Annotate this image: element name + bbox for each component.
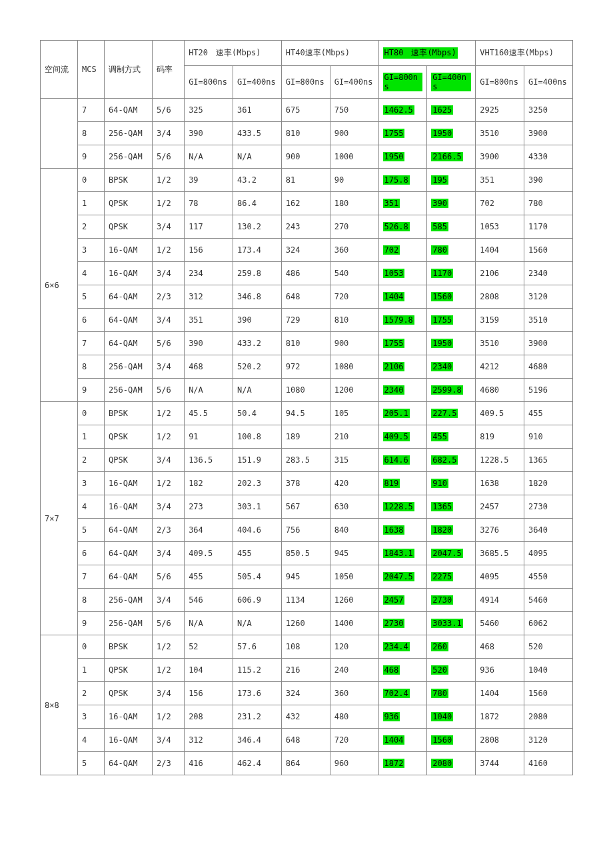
cell-ht20-gi400: 346.8 xyxy=(233,285,281,309)
cell-ht40-gi800: 283.5 xyxy=(281,449,330,472)
cell-ht20-gi400: N/A xyxy=(233,379,281,402)
cell-vht160-gi400: 780 xyxy=(524,192,573,215)
cell-ht20-gi800: 156 xyxy=(185,682,233,705)
cell-spatial-stream: 6×6 xyxy=(41,169,78,402)
cell-ht20-gi400: 173.6 xyxy=(233,682,281,705)
cell-ht80-gi800: 1228.5 xyxy=(378,495,427,519)
cell-ht20-gi400: 231.2 xyxy=(233,705,281,729)
cell-mcs: 8 xyxy=(78,355,105,379)
cell-modulation: 64-QAM xyxy=(105,519,153,542)
table-row: 7×70BPSK1/245.550.494.5105205.1227.5409.… xyxy=(41,402,573,425)
cell-ht80-gi800: 2047.5 xyxy=(378,565,427,589)
cell-modulation: QPSK xyxy=(105,682,153,705)
cell-ht40-gi400: 1050 xyxy=(330,565,378,589)
cell-vht160-gi400: 3120 xyxy=(524,285,573,309)
cell-ht20-gi400: 520.2 xyxy=(233,355,281,379)
cell-code-rate: 1/2 xyxy=(153,659,185,682)
table-row: 564-QAM2/3364404.67568401638182032763640 xyxy=(41,519,573,542)
cell-ht80-gi400: 2599.8 xyxy=(427,379,476,402)
cell-ht20-gi800: 208 xyxy=(185,705,233,729)
cell-mcs: 8 xyxy=(78,589,105,612)
cell-ht80-gi800: 351 xyxy=(378,192,427,215)
cell-ht20-gi800: 364 xyxy=(185,519,233,542)
cell-mcs: 7 xyxy=(78,565,105,589)
cell-vht160-gi400: 1170 xyxy=(524,215,573,239)
cell-ht40-gi400: 1400 xyxy=(330,612,378,635)
cell-ht40-gi400: 360 xyxy=(330,682,378,705)
cell-ht80-gi400: 1755 xyxy=(427,309,476,332)
cell-ht40-gi800: 810 xyxy=(281,122,330,145)
table-row: 2QPSK3/4156173.6324360702.478014041560 xyxy=(41,682,573,705)
table-row: 416-QAM3/4273303.15676301228.51365245727… xyxy=(41,495,573,519)
col-vht160-gi800: GI=800ns xyxy=(476,66,524,99)
cell-mcs: 1 xyxy=(78,192,105,215)
cell-code-rate: 1/2 xyxy=(153,635,185,659)
table-row: 8×80BPSK1/25257.6108120234.4260468520 xyxy=(41,635,573,659)
cell-ht20-gi400: 462.4 xyxy=(233,752,281,775)
cell-modulation: 16-QAM xyxy=(105,262,153,285)
cell-mcs: 8 xyxy=(78,122,105,145)
cell-vht160-gi400: 1560 xyxy=(524,682,573,705)
cell-ht40-gi800: 108 xyxy=(281,635,330,659)
cell-ht40-gi800: 945 xyxy=(281,565,330,589)
cell-modulation: 16-QAM xyxy=(105,472,153,495)
cell-spatial-stream: 8×8 xyxy=(41,635,78,775)
cell-vht160-gi400: 1365 xyxy=(524,449,573,472)
cell-mcs: 1 xyxy=(78,425,105,449)
cell-ht20-gi400: 100.8 xyxy=(233,425,281,449)
table-row: 6×60BPSK1/23943.28190175.8195351390 xyxy=(41,169,573,192)
cell-code-rate: 1/2 xyxy=(153,705,185,729)
cell-vht160-gi800: 1872 xyxy=(476,705,524,729)
cell-vht160-gi800: 2106 xyxy=(476,262,524,285)
cell-ht80-gi800: 1950 xyxy=(378,145,427,169)
cell-ht40-gi400: 720 xyxy=(330,729,378,752)
cell-code-rate: 1/2 xyxy=(153,169,185,192)
cell-vht160-gi800: 3276 xyxy=(476,519,524,542)
cell-ht20-gi800: 39 xyxy=(185,169,233,192)
col-ht20-gi800: GI=800ns xyxy=(185,66,233,99)
cell-code-rate: 3/4 xyxy=(153,215,185,239)
cell-ht80-gi800: 1462.5 xyxy=(378,99,427,122)
cell-code-rate: 1/2 xyxy=(153,192,185,215)
cell-vht160-gi400: 4160 xyxy=(524,752,573,775)
cell-ht40-gi800: 378 xyxy=(281,472,330,495)
cell-ht40-gi400: 945 xyxy=(330,542,378,565)
cell-ht80-gi400: 682.5 xyxy=(427,449,476,472)
cell-ht20-gi400: 361 xyxy=(233,99,281,122)
cell-modulation: 64-QAM xyxy=(105,285,153,309)
cell-ht40-gi400: 210 xyxy=(330,425,378,449)
cell-ht20-gi400: 455 xyxy=(233,542,281,565)
cell-ht40-gi800: 243 xyxy=(281,215,330,239)
cell-vht160-gi800: 936 xyxy=(476,659,524,682)
cell-ht40-gi400: 420 xyxy=(330,472,378,495)
col-ht80: HT80 速率(Mbps) xyxy=(378,41,476,66)
cell-mcs: 0 xyxy=(78,402,105,425)
cell-vht160-gi800: 3685.5 xyxy=(476,542,524,565)
cell-ht20-gi400: 404.6 xyxy=(233,519,281,542)
cell-mcs: 3 xyxy=(78,239,105,262)
col-ht20: HT20 速率(Mbps) xyxy=(185,41,282,66)
col-mcs: MCS xyxy=(78,41,105,99)
cell-modulation: 256-QAM xyxy=(105,379,153,402)
cell-ht80-gi800: 409.5 xyxy=(378,425,427,449)
cell-ht20-gi800: 234 xyxy=(185,262,233,285)
cell-vht160-gi400: 1820 xyxy=(524,472,573,495)
cell-ht40-gi400: 540 xyxy=(330,262,378,285)
cell-ht80-gi800: 2106 xyxy=(378,355,427,379)
cell-ht40-gi400: 1080 xyxy=(330,355,378,379)
cell-code-rate: 5/6 xyxy=(153,565,185,589)
cell-mcs: 0 xyxy=(78,635,105,659)
cell-vht160-gi800: 702 xyxy=(476,192,524,215)
cell-ht40-gi400: 750 xyxy=(330,99,378,122)
cell-modulation: 256-QAM xyxy=(105,355,153,379)
cell-vht160-gi400: 3510 xyxy=(524,309,573,332)
cell-ht80-gi800: 2340 xyxy=(378,379,427,402)
cell-vht160-gi400: 910 xyxy=(524,425,573,449)
cell-vht160-gi800: 5460 xyxy=(476,612,524,635)
cell-modulation: BPSK xyxy=(105,169,153,192)
cell-vht160-gi400: 455 xyxy=(524,402,573,425)
cell-ht80-gi800: 2457 xyxy=(378,589,427,612)
cell-ht20-gi800: 312 xyxy=(185,729,233,752)
cell-vht160-gi400: 5196 xyxy=(524,379,573,402)
cell-ht20-gi400: 390 xyxy=(233,309,281,332)
